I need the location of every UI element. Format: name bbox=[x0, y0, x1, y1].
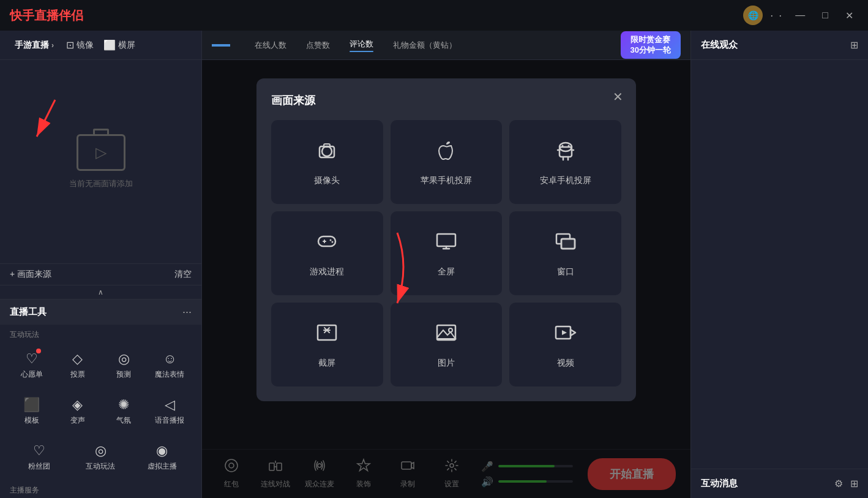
svg-point-2 bbox=[322, 146, 332, 156]
tab-screen[interactable]: ⬜ 横屏 bbox=[103, 39, 135, 51]
left-sidebar: 手游直播 › ⊡ 镜像 ⬜ 横屏 bbox=[0, 31, 202, 498]
source-window[interactable]: 窗口 bbox=[509, 211, 621, 295]
app-title: 快手直播伴侣 bbox=[10, 7, 83, 24]
interact-icons: ⚙ ⊞ bbox=[834, 478, 858, 489]
svg-marker-29 bbox=[437, 330, 455, 339]
tab-mobile-live[interactable]: 手游直播 › bbox=[7, 36, 61, 55]
tool-atmosphere[interactable]: ✺ 气氛 bbox=[102, 391, 146, 432]
promo-badge[interactable]: 限时赏金赛 30分钟一轮 bbox=[621, 31, 681, 59]
stat-underline bbox=[350, 51, 373, 52]
tool-broadcast[interactable]: ◁ 语音播报 bbox=[148, 391, 192, 432]
svg-point-17 bbox=[332, 241, 334, 243]
clear-source-button[interactable]: 清空 bbox=[174, 269, 192, 280]
apple-icon bbox=[434, 138, 458, 168]
tools-title: 直播工具 bbox=[10, 306, 47, 318]
interact-settings-icon[interactable]: ⚙ bbox=[834, 478, 843, 489]
window-label: 窗口 bbox=[557, 266, 574, 277]
fullscreen-label: 全屏 bbox=[438, 266, 455, 277]
minimize-button[interactable]: — bbox=[790, 7, 810, 23]
interact-expand-icon[interactable]: ⊞ bbox=[850, 478, 858, 489]
source-camera[interactable]: 摄像头 bbox=[271, 120, 383, 204]
tools-section: 直播工具 ··· 互动玩法 ♡ 心愿单 ◇ 投票 ◎ 预测 bbox=[0, 300, 201, 498]
tool-vote[interactable]: ◇ 投票 bbox=[56, 345, 99, 386]
avatar[interactable]: 🌐 bbox=[743, 6, 763, 25]
stat-online-label: 在线人数 bbox=[255, 40, 286, 51]
preview-tv-icon: ▷ bbox=[77, 134, 125, 171]
template-label: 模板 bbox=[24, 415, 39, 426]
title-bar: 快手直播伴侣 🌐 · · — □ ✕ bbox=[0, 0, 868, 31]
tool-fanclub[interactable]: ♡ 粉丝团 bbox=[10, 437, 69, 478]
vote-label: 投票 bbox=[70, 369, 85, 380]
tools-grid-3: ♡ 粉丝团 ◎ 互动玩法 ◉ 虚拟主播 bbox=[0, 434, 201, 480]
source-ios[interactable]: 苹果手机投屏 bbox=[391, 120, 503, 204]
source-capture[interactable]: 截屏 bbox=[271, 303, 383, 387]
tool-emotion[interactable]: ☺ 魔法表情 bbox=[148, 345, 192, 386]
source-dialog: 画面来源 ✕ 摄像头 bbox=[256, 78, 636, 401]
voice-label: 变声 bbox=[70, 415, 85, 426]
dialog-title: 画面来源 bbox=[271, 93, 621, 108]
right-panel: 在线观众 ⊞ › 互动消息 ⚙ ⊞ bbox=[690, 31, 868, 498]
virtual-label: 虚拟主播 bbox=[148, 461, 177, 472]
svg-point-11 bbox=[561, 145, 563, 147]
stats-bar: 在线人数 点赞数 评论数 礼物金额（黄钻） 限时赏金赛 30分钟一轮 bbox=[202, 31, 690, 60]
red-arrow-icon bbox=[31, 97, 67, 146]
close-button[interactable]: ✕ bbox=[840, 7, 858, 24]
stat-likes[interactable]: 点赞数 bbox=[306, 37, 330, 53]
mirror-icon: ⊡ bbox=[66, 39, 74, 51]
tools-category2: 主播服务 bbox=[0, 480, 201, 498]
maximize-button[interactable]: □ bbox=[817, 7, 833, 23]
play-icon: ▷ bbox=[95, 144, 107, 161]
tool-wishlist[interactable]: ♡ 心愿单 bbox=[10, 345, 53, 386]
interact-icon: ◎ bbox=[95, 443, 107, 459]
fanclub-label: 粉丝团 bbox=[28, 461, 50, 472]
tab-mirror[interactable]: ⊡ 镜像 bbox=[66, 39, 94, 51]
wishlist-icon: ♡ bbox=[26, 351, 38, 367]
tool-virtual[interactable]: ◉ 虚拟主播 bbox=[133, 437, 192, 478]
svg-rect-4 bbox=[324, 144, 330, 147]
source-video[interactable]: 视频 bbox=[509, 303, 621, 387]
fanclub-icon: ♡ bbox=[33, 443, 45, 459]
emotion-icon: ☺ bbox=[163, 351, 176, 367]
audience-title: 在线观众 bbox=[701, 39, 738, 51]
red-arrow-image-icon bbox=[379, 230, 416, 309]
tool-predict[interactable]: ◎ 预测 bbox=[102, 345, 146, 386]
stat-comments[interactable]: 评论数 bbox=[350, 36, 373, 55]
title-dots[interactable]: · · bbox=[770, 9, 783, 22]
svg-point-30 bbox=[449, 328, 452, 332]
title-controls: 🌐 · · — □ ✕ bbox=[743, 6, 858, 25]
emotion-label: 魔法表情 bbox=[155, 369, 184, 380]
add-source-button[interactable]: + 画面来源 bbox=[10, 269, 51, 280]
stats-indicator bbox=[212, 44, 230, 47]
video-icon bbox=[553, 320, 578, 350]
interact-header: 互动消息 ⚙ ⊞ bbox=[691, 469, 868, 498]
tools-category1: 互动玩法 bbox=[0, 325, 201, 342]
capture-label: 截屏 bbox=[318, 358, 335, 369]
scissors-icon bbox=[315, 320, 339, 350]
tools-more-button[interactable]: ··· bbox=[182, 306, 192, 319]
video-label: 视频 bbox=[557, 358, 574, 369]
android-label: 安卓手机投屏 bbox=[540, 175, 591, 186]
source-image[interactable]: 图片 bbox=[391, 303, 503, 387]
vote-icon: ◇ bbox=[72, 351, 83, 367]
voice-icon: ◈ bbox=[72, 397, 83, 413]
stat-likes-label: 点赞数 bbox=[306, 40, 330, 51]
tool-template[interactable]: ⬛ 模板 bbox=[10, 391, 53, 432]
svg-marker-33 bbox=[571, 330, 575, 336]
window-icon bbox=[553, 229, 578, 259]
audience-expand-icon[interactable]: ⊞ bbox=[850, 39, 858, 51]
tool-interact[interactable]: ◎ 互动玩法 bbox=[71, 437, 130, 478]
sidebar-tabs: 手游直播 › ⊡ 镜像 ⬜ 横屏 bbox=[0, 31, 201, 60]
source-game[interactable]: 游戏进程 bbox=[271, 211, 383, 295]
dialog-close-button[interactable]: ✕ bbox=[609, 88, 626, 105]
tool-voice[interactable]: ◈ 变声 bbox=[56, 391, 99, 432]
stat-gifts[interactable]: 礼物金额（黄钻） bbox=[393, 37, 457, 53]
stat-online[interactable]: 在线人数 bbox=[255, 37, 286, 53]
collapse-button[interactable]: ∧ bbox=[0, 285, 201, 300]
main-layout: 手游直播 › ⊡ 镜像 ⬜ 横屏 bbox=[0, 31, 868, 498]
svg-rect-18 bbox=[437, 234, 455, 246]
monitor-icon bbox=[434, 229, 458, 259]
source-android[interactable]: 安卓手机投屏 bbox=[509, 120, 621, 204]
promo-line1: 限时赏金赛 bbox=[630, 35, 671, 45]
svg-point-16 bbox=[330, 240, 332, 241]
virtual-icon: ◉ bbox=[156, 443, 168, 459]
